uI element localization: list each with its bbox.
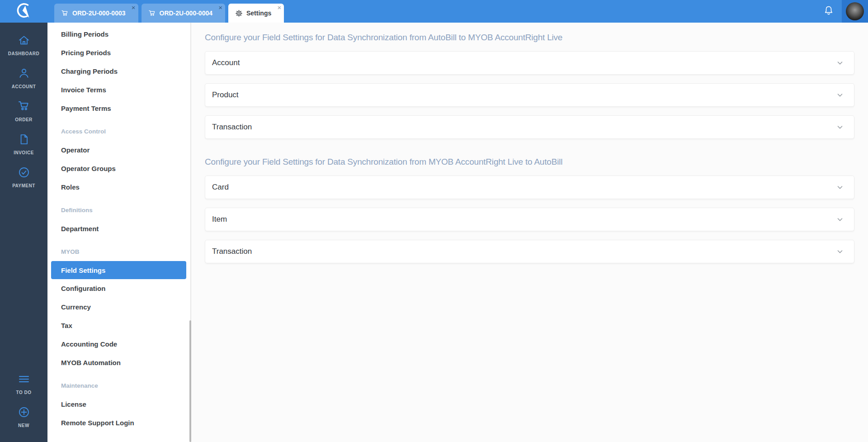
brand-compass-icon [14,1,33,22]
sidebar-item-pricing-periods[interactable]: Pricing Periods [47,43,191,62]
accordion-label: Item [212,215,227,224]
accordion-product[interactable]: Product [205,83,854,107]
chevron-down-icon [836,123,844,131]
sidebar-item-invoice-terms[interactable]: Invoice Terms [47,81,191,99]
nav-item-label: INVOICE [14,150,34,155]
user-icon [18,67,30,81]
tab-ord-2u-000-0004[interactable]: ORD-2U-000-0004 × [142,4,226,23]
cart-icon [148,10,156,17]
section-heading: Configure your Field Settings for Data S… [205,157,854,167]
accordion-account[interactable]: Account [205,51,854,75]
sidebar-item-accounting-code[interactable]: Accounting Code [47,335,191,353]
sidebar-item-configuration[interactable]: Configuration [47,279,191,298]
accordion-card[interactable]: Card [205,176,854,199]
accordion-label: Card [212,183,229,192]
nav-item-label: ORDER [15,117,33,122]
sidebar-item-license[interactable]: License [47,395,191,413]
accordion-label: Transaction [212,247,252,256]
sidebar-item-charging-periods[interactable]: Charging Periods [47,62,191,81]
document-icon [18,133,30,147]
chevron-down-icon [836,91,844,99]
sidebar-section-maintenance: Maintenance [47,376,191,395]
sync-section: Configure your Field Settings for Data S… [205,33,854,139]
sidebar-item-remote-support-login[interactable]: Remote Support Login [47,413,191,432]
bell-icon [823,5,835,18]
settings-sidebar: Billing PeriodsPricing PeriodsCharging P… [47,23,191,442]
sidebar-item-roles[interactable]: Roles [47,178,191,196]
nav-item-order[interactable]: ORDER [0,95,47,128]
nav-item-to-do[interactable]: TO DO [0,367,47,400]
accordion-label: Account [212,58,240,67]
nav-item-account[interactable]: ACCOUNT [0,62,47,95]
accordion-transaction[interactable]: Transaction [205,115,854,139]
sidebar-item-operator[interactable]: Operator [47,141,191,159]
nav-item-label: NEW [18,423,29,428]
close-icon[interactable]: × [277,4,281,12]
nav-item-label: ACCOUNT [12,84,36,89]
nav-item-label: TO DO [16,390,32,395]
sidebar-item-payment-terms[interactable]: Payment Terms [47,99,191,118]
section-heading: Configure your Field Settings for Data S… [205,33,854,43]
sidebar-item-billing-periods[interactable]: Billing Periods [47,25,191,43]
chevron-down-icon [836,215,844,223]
tab-settings[interactable]: Settings × [228,4,284,23]
accordion-item[interactable]: Item [205,208,854,231]
top-bar: ORD-2U-000-0003 × ORD-2U-000-0004 × Sett… [0,0,868,23]
top-bar-right [816,0,868,23]
sidebar-item-field-settings[interactable]: Field Settings [51,261,186,279]
brand-logo[interactable] [0,0,47,23]
cart-icon [61,10,69,17]
gear-icon [235,10,243,17]
accordion-label: Product [212,90,239,100]
cart-icon [18,100,30,114]
chevron-down-icon [836,247,844,256]
tab-bar: ORD-2U-000-0003 × ORD-2U-000-0004 × Sett… [54,4,284,23]
close-icon[interactable]: × [132,4,136,12]
tab-ord-2u-000-0003[interactable]: ORD-2U-000-0003 × [54,4,138,23]
nav-item-invoice[interactable]: INVOICE [0,128,47,161]
sidebar-item-currency[interactable]: Currency [47,298,191,316]
sidebar-item-myob-automation[interactable]: MYOB Automation [47,353,191,372]
field-settings-content: Configure your Field Settings for Data S… [191,23,868,442]
accordion-label: Transaction [212,123,252,132]
user-menu[interactable] [842,0,868,23]
sidebar-section-access-control: Access Control [47,122,191,141]
menu-icon [18,373,30,387]
sidebar-item-operator-groups[interactable]: Operator Groups [47,159,191,178]
sidebar-section-myob: MYOB [47,242,191,261]
sync-section: Configure your Field Settings for Data S… [205,157,854,263]
close-icon[interactable]: × [218,4,222,12]
chevron-down-icon [836,59,844,67]
plus-circle-icon [18,406,30,420]
nav-item-label: DASHBOARD [8,51,40,56]
sidebar-section-definitions: Definitions [47,201,191,219]
sidebar-item-tax[interactable]: Tax [47,316,191,335]
sidebar-scrollbar-thumb[interactable] [189,320,191,442]
sidebar-item-department[interactable]: Department [47,219,191,238]
notifications-button[interactable] [816,0,842,23]
nav-item-label: PAYMENT [12,183,35,188]
accordion-transaction[interactable]: Transaction [205,240,854,263]
avatar [846,2,864,20]
nav-item-new[interactable]: NEW [0,400,47,433]
home-icon [18,34,30,48]
nav-item-payment[interactable]: PAYMENT [0,161,47,194]
chevron-down-icon [836,183,844,191]
nav-item-dashboard[interactable]: DASHBOARD [0,29,47,62]
primary-nav-rail: DASHBOARD ACCOUNT ORDER INVOICE PAYMENT … [0,23,47,442]
check-circle-icon [18,166,30,181]
